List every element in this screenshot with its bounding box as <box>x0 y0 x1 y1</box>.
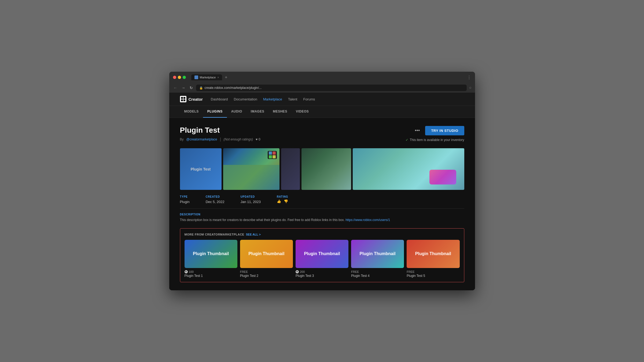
card-2-name: Plugin Test 2 <box>240 274 293 278</box>
like-number: 0 <box>259 137 260 141</box>
tab-plugins[interactable]: PLUGINS <box>203 106 227 118</box>
creator-logo-text: Creator <box>189 97 203 102</box>
card-1-price: R 100 <box>185 270 237 273</box>
address-bar[interactable]: 🔒 create.roblox.com/marketplace/plugin/.… <box>196 85 467 91</box>
plugin-cards: Plugin Thumbnail R 100 Plugin Test 1 Plu… <box>185 240 460 278</box>
plugin-header: Plugin Test ••• TRY IN STUDIO <box>180 126 464 135</box>
gallery-item-2[interactable] <box>223 148 279 190</box>
type-label: TYPE <box>180 195 190 198</box>
card-5-price: FREE <box>407 270 459 273</box>
tab-images[interactable]: IMAGES <box>246 106 268 118</box>
plugin-meta: By @creatormarketplace | (Not enough rat… <box>180 137 260 142</box>
plugin-card-5[interactable]: Plugin Thumbnail FREE Plugin Test 5 <box>407 240 459 278</box>
plugin-card-3[interactable]: Plugin Thumbnail R 200 Plugin Test 3 <box>296 240 348 278</box>
meta-type: TYPE Plugin <box>180 195 190 204</box>
card-3-name: Plugin Test 3 <box>296 274 348 278</box>
description-link[interactable]: https://www.roblox.com/users/1 <box>345 218 390 222</box>
plugin-rating: (Not enough ratings) <box>224 137 253 141</box>
card-1-name: Plugin Test 1 <box>185 274 237 278</box>
plugin-author[interactable]: @creatormarketplace <box>186 137 217 141</box>
tab-bar: Marketplace × + <box>191 74 464 80</box>
card-3-price-value: 200 <box>300 270 305 273</box>
maximize-window-button[interactable] <box>183 76 186 79</box>
meta-divider: | <box>220 137 221 142</box>
more-options-button[interactable]: ••• <box>413 127 422 135</box>
inventory-notice: ✓ This item is available in your invento… <box>406 138 464 142</box>
gallery-item-4[interactable] <box>301 148 351 190</box>
gallery-item-3[interactable] <box>281 148 300 190</box>
refresh-button[interactable]: ↻ <box>189 85 194 90</box>
see-all-link[interactable]: SEE ALL > <box>246 233 261 236</box>
created-value: Dec 5, 2022 <box>206 200 225 204</box>
new-tab-button[interactable]: + <box>225 75 227 80</box>
check-icon: ✓ <box>406 138 408 142</box>
plugin-card-2[interactable]: Plugin Thumbnail FREE Plugin Test 2 <box>240 240 293 278</box>
rating-label: RATING <box>277 195 288 198</box>
bookmark-icon[interactable]: ☆ <box>469 86 472 90</box>
plugin-card-1[interactable]: Plugin Thumbnail R 100 Plugin Test 1 <box>185 240 237 278</box>
nav-item-dashboard[interactable]: Dashboard <box>211 97 228 101</box>
meta-created: CREATED Dec 5, 2022 <box>206 195 225 204</box>
card-3-price: R 200 <box>296 270 348 273</box>
address-url: create.roblox.com/marketplace/plugin/... <box>205 86 262 90</box>
robux-icon-1: R <box>185 270 188 273</box>
creator-logo-icon <box>180 96 186 102</box>
close-window-button[interactable] <box>173 76 176 79</box>
tab-videos[interactable]: VIDEOS <box>292 106 313 118</box>
plugin-card-4[interactable]: Plugin Thumbnail FREE Plugin Test 4 <box>351 240 404 278</box>
tab-close-icon[interactable]: × <box>217 76 219 79</box>
forward-button[interactable]: → <box>181 85 186 90</box>
tab-audio[interactable]: AUDIO <box>227 106 246 118</box>
card-5-name: Plugin Test 5 <box>407 274 459 278</box>
main-content: Plugin Test ••• TRY IN STUDIO By @creato… <box>169 118 475 290</box>
svg-rect-2 <box>181 99 183 101</box>
created-label: CREATED <box>206 195 225 198</box>
logo-area: Creator <box>180 96 203 102</box>
tab-models[interactable]: MODELS <box>180 106 203 118</box>
back-button[interactable]: ← <box>172 85 178 90</box>
card-5-thumb-label: Plugin Thumbnail <box>415 251 451 257</box>
minimize-window-button[interactable] <box>178 76 181 79</box>
meta-rating: RATING 👍 👎 <box>277 195 288 204</box>
nav-item-documentation[interactable]: Documentation <box>234 97 257 101</box>
updated-value: Jan 11, 2023 <box>241 200 261 204</box>
thumbs-up-button[interactable]: 👍 <box>277 199 281 203</box>
browser-menu-button[interactable]: ⋮ <box>467 75 471 80</box>
inventory-text: This item is available in your inventory <box>410 138 464 142</box>
tab-meshes[interactable]: MESHES <box>268 106 292 118</box>
like-count: ♥ 0 <box>256 137 260 141</box>
card-1-thumb-label: Plugin Thumbnail <box>193 251 229 257</box>
address-bar-icons: ☆ <box>469 86 472 90</box>
nav-item-marketplace[interactable]: Marketplace <box>263 97 282 101</box>
gallery-item-main[interactable]: Plugin Test <box>180 148 222 190</box>
robux-icon-3: R <box>296 270 299 273</box>
description-text: This description box is meant for creato… <box>180 218 464 223</box>
card-3-thumb-label: Plugin Thumbnail <box>304 251 340 257</box>
browser-tab[interactable]: Marketplace × <box>191 74 222 80</box>
plugin-header-right: ••• TRY IN STUDIO <box>413 126 464 135</box>
try-in-studio-button[interactable]: TRY IN STUDIO <box>425 126 464 135</box>
plugin-card-thumb-4: Plugin Thumbnail <box>351 240 404 268</box>
more-from-section: MORE FROM CREATORMARKETPLACE SEE ALL > P… <box>180 228 464 282</box>
plugin-card-thumb-1: Plugin Thumbnail <box>185 240 237 268</box>
browser-toolbar: ← → ↻ 🔒 create.roblox.com/marketplace/pl… <box>169 83 475 93</box>
tab-title: Marketplace <box>200 76 216 79</box>
thumbs-down-button[interactable]: 👎 <box>284 199 288 203</box>
nav-item-forums[interactable]: Forums <box>303 97 315 101</box>
description-section: DESCRIPTION This description box is mean… <box>180 213 464 223</box>
metadata-row: TYPE Plugin CREATED Dec 5, 2022 UPDATED … <box>180 195 464 209</box>
site-header: Creator Dashboard Documentation Marketpl… <box>169 93 475 106</box>
browser-titlebar: Marketplace × + ⋮ <box>169 72 475 83</box>
svg-rect-3 <box>183 99 185 101</box>
browser-window: Marketplace × + ⋮ ← → ↻ 🔒 create.roblox.… <box>169 72 475 290</box>
gallery-item-5[interactable] <box>353 148 464 190</box>
type-value: Plugin <box>180 200 190 204</box>
site-nav: Dashboard Documentation Marketplace Tale… <box>211 97 315 101</box>
plugin-card-thumb-5: Plugin Thumbnail <box>407 240 459 268</box>
meta-updated: UPDATED Jan 11, 2023 <box>241 195 261 204</box>
gallery-main-label: Plugin Test <box>191 167 211 171</box>
plugin-title: Plugin Test <box>180 126 220 135</box>
nav-item-talent[interactable]: Talent <box>288 97 297 101</box>
card-4-name: Plugin Test 4 <box>351 274 404 278</box>
sub-nav: MODELS PLUGINS AUDIO IMAGES MESHES VIDEO… <box>169 106 475 118</box>
